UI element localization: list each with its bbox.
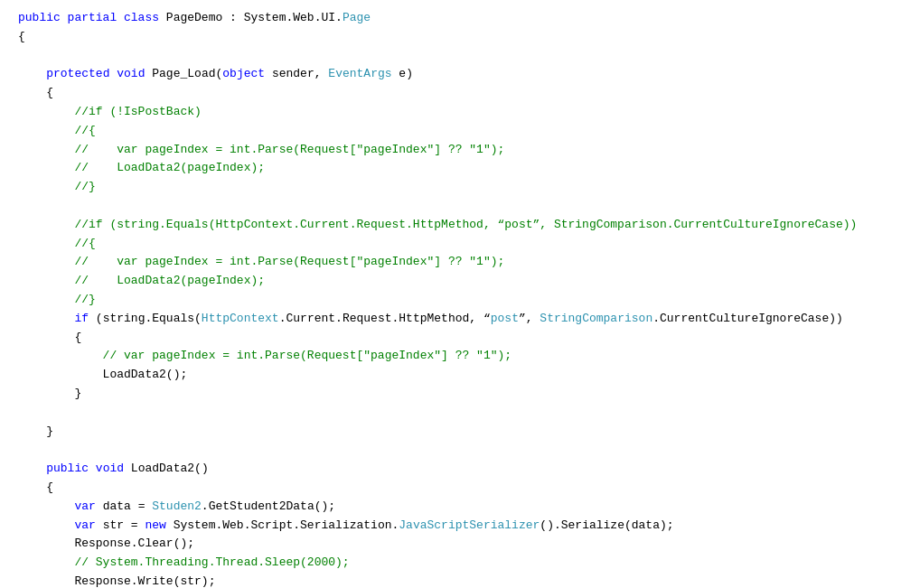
code-line: // LoadData2(pageIndex); [18, 159, 883, 178]
code-line: //if (string.Equals(HttpContext.Current.… [18, 216, 883, 235]
code-editor: public partial class PageDemo : System.W… [18, 9, 883, 588]
code-token: : System.Web.UI. [222, 11, 343, 24]
code-token: data = [96, 499, 152, 513]
code-token: //if (string.Equals(HttpContext.Current.… [18, 218, 857, 231]
code-token: str = [96, 518, 145, 532]
code-token: JavaScriptSerializer [399, 518, 540, 532]
code-token: // var pageIndex = int.Parse(Request["pa… [18, 255, 504, 268]
code-token: { [18, 481, 53, 494]
code-token: { [18, 30, 25, 43]
code-token: LoadData2() [124, 462, 209, 475]
code-token: ”, [519, 312, 540, 325]
code-token: e) [392, 67, 413, 80]
code-line: public void LoadData2() [18, 460, 883, 479]
code-token: StringComparison [540, 312, 652, 325]
code-line: //if (!IsPostBack) [18, 103, 883, 122]
code-token: } [18, 387, 81, 400]
code-token: { [18, 86, 53, 99]
code-line [18, 441, 883, 460]
code-line: Response.Clear(); [18, 535, 883, 554]
code-line: { [18, 329, 883, 348]
code-token: // LoadData2(pageIndex); [18, 274, 265, 287]
code-token: //{ [18, 237, 96, 250]
code-token: var [74, 518, 95, 532]
code-token: void [117, 67, 145, 80]
code-token: Page [343, 11, 371, 24]
code-token: Response.Write(str); [18, 574, 215, 588]
code-token: void [96, 462, 124, 475]
code-token: var [74, 499, 95, 513]
code-token: .CurrentCultureIgnoreCase)) [652, 312, 843, 325]
code-line: if (string.Equals(HttpContext.Current.Re… [18, 310, 883, 329]
code-token: //} [18, 180, 96, 193]
code-token: } [18, 425, 53, 438]
code-line: protected void Page_Load(object sender, … [18, 65, 883, 84]
code-token: PageDemo [166, 11, 222, 24]
code-line: //} [18, 178, 883, 197]
code-line: public partial class PageDemo : System.W… [18, 9, 883, 28]
code-token: EventArgs [328, 67, 391, 80]
code-line: { [18, 84, 883, 103]
code-token: System.Web.Script.Serialization. [166, 518, 399, 532]
code-token: //{ [18, 124, 96, 137]
code-line: { [18, 479, 883, 498]
code-token [18, 462, 46, 475]
code-token: // System.Threading.Thread.Sleep(2000); [18, 555, 350, 569]
code-token: //} [18, 293, 96, 306]
code-line: Response.Write(str); [18, 573, 883, 588]
code-token: protected [46, 67, 109, 80]
code-token: Studen2 [152, 499, 202, 513]
code-token: // LoadData2(pageIndex); [18, 161, 265, 174]
code-token: if [74, 312, 89, 325]
code-line: //} [18, 291, 883, 310]
code-token: // var pageIndex = int.Parse(Request["pa… [18, 349, 512, 362]
code-token: post [491, 312, 519, 325]
code-token [18, 312, 74, 325]
code-line: //{ [18, 235, 883, 254]
code-token: HttpContext [202, 312, 279, 325]
code-line: // var pageIndex = int.Parse(Request["pa… [18, 347, 883, 366]
code-token [89, 462, 96, 475]
code-line: } [18, 385, 883, 404]
code-token: { [18, 331, 81, 344]
code-line: // var pageIndex = int.Parse(Request["pa… [18, 253, 883, 272]
code-line: var data = Studen2.GetStudent2Data(); [18, 498, 883, 517]
code-token: .GetStudent2Data(); [202, 499, 335, 513]
code-line: // LoadData2(pageIndex); [18, 272, 883, 291]
code-token: object [222, 67, 265, 80]
code-token: ().Serialize(data); [540, 518, 673, 532]
code-token: (string.Equals( [89, 312, 202, 325]
code-line: } [18, 423, 883, 442]
code-token: .Current.Request.HttpMethod, “ [279, 312, 491, 325]
code-token: Page_Load( [145, 67, 222, 80]
code-token: // var pageIndex = int.Parse(Request["pa… [18, 143, 504, 156]
code-line: // System.Threading.Thread.Sleep(2000); [18, 554, 883, 573]
code-token [18, 499, 74, 513]
code-token: public partial class [18, 11, 166, 24]
code-line [18, 47, 883, 66]
code-token [18, 67, 46, 80]
code-token: new [145, 518, 165, 532]
code-token: Response.Clear(); [18, 537, 194, 550]
code-token: //if (!IsPostBack) [18, 105, 202, 118]
code-line: var str = new System.Web.Script.Serializ… [18, 517, 883, 536]
code-line [18, 404, 883, 423]
code-token: sender, [265, 67, 328, 80]
code-token: public [46, 462, 89, 475]
code-token: LoadData2(); [18, 368, 187, 381]
code-token [18, 518, 74, 532]
code-line: //{ [18, 122, 883, 141]
code-line: { [18, 28, 883, 47]
code-line [18, 197, 883, 216]
code-line: // var pageIndex = int.Parse(Request["pa… [18, 141, 883, 160]
code-line: LoadData2(); [18, 366, 883, 385]
